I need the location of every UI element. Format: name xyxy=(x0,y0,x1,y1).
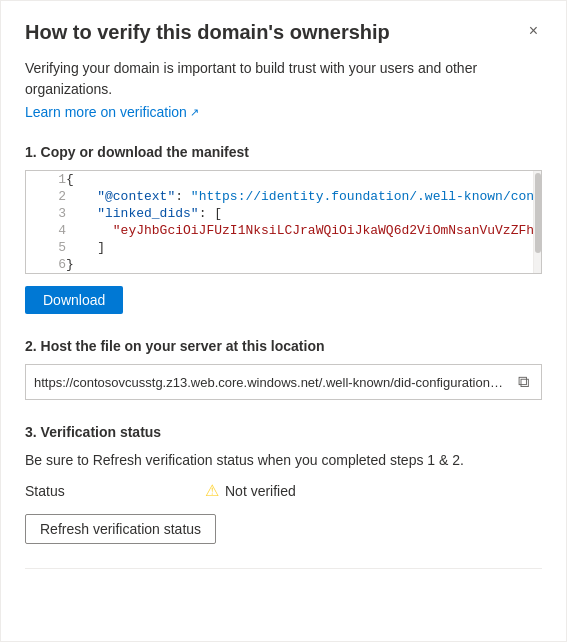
copy-button[interactable]: ⧉ xyxy=(514,371,533,393)
line-content: } xyxy=(66,256,541,273)
line-content: "linked_dids": [ xyxy=(66,205,541,222)
line-content: { xyxy=(66,171,541,188)
modal-title: How to verify this domain's ownership xyxy=(25,21,525,44)
line-number: 6 xyxy=(26,256,66,273)
bottom-divider xyxy=(25,568,542,569)
step2-section: 2. Host the file on your server at this … xyxy=(25,338,542,400)
scrollbar-thumb xyxy=(535,173,541,253)
step3-description: Be sure to Refresh verification status w… xyxy=(25,450,542,471)
step2-title: 2. Host the file on your server at this … xyxy=(25,338,542,354)
line-number: 4 xyxy=(26,222,66,239)
step3-section: 3. Verification status Be sure to Refres… xyxy=(25,424,542,544)
step3-title: 3. Verification status xyxy=(25,424,542,440)
line-content: ] xyxy=(66,239,541,256)
learn-more-label: Learn more on verification xyxy=(25,104,187,120)
learn-more-link[interactable]: Learn more on verification ↗ xyxy=(25,104,199,120)
modal-container: How to verify this domain's ownership × … xyxy=(0,0,567,642)
line-number: 1 xyxy=(26,171,66,188)
modal-header: How to verify this domain's ownership × xyxy=(25,21,542,44)
step1-section: 1. Copy or download the manifest 1{2 "@c… xyxy=(25,144,542,314)
code-line: 4 "eyJhbGciOiJFUzI1NksiLCJraWQiOiJkaWQ6d… xyxy=(26,222,541,239)
step1-title: 1. Copy or download the manifest xyxy=(25,144,542,160)
intro-description: Verifying your domain is important to bu… xyxy=(25,58,542,100)
code-line: 6} xyxy=(26,256,541,273)
code-line: 5 ] xyxy=(26,239,541,256)
download-button[interactable]: Download xyxy=(25,286,123,314)
close-button[interactable]: × xyxy=(525,21,542,41)
code-inner[interactable]: 1{2 "@context": "https://identity.founda… xyxy=(26,171,541,273)
status-label: Status xyxy=(25,483,85,499)
status-value: Not verified xyxy=(225,483,296,499)
manifest-code-block: 1{2 "@context": "https://identity.founda… xyxy=(25,170,542,274)
warning-icon: ⚠ xyxy=(205,481,219,500)
scrollbar[interactable] xyxy=(533,171,541,273)
code-line: 1{ xyxy=(26,171,541,188)
code-line: 2 "@context": "https://identity.foundati… xyxy=(26,188,541,205)
status-row: Status ⚠ Not verified xyxy=(25,481,542,500)
url-field: https://contosovcusstg.z13.web.core.wind… xyxy=(25,364,542,400)
external-link-icon: ↗ xyxy=(190,106,199,119)
refresh-verification-button[interactable]: Refresh verification status xyxy=(25,514,216,544)
url-text: https://contosovcusstg.z13.web.core.wind… xyxy=(34,375,506,390)
status-badge: ⚠ Not verified xyxy=(205,481,296,500)
line-content: "eyJhbGciOiJFUzI1NksiLCJraWQiOiJkaWQ6d2V… xyxy=(66,222,541,239)
code-table: 1{2 "@context": "https://identity.founda… xyxy=(26,171,541,273)
line-number: 3 xyxy=(26,205,66,222)
line-content: "@context": "https://identity.foundation… xyxy=(66,188,541,205)
code-line: 3 "linked_dids": [ xyxy=(26,205,541,222)
line-number: 5 xyxy=(26,239,66,256)
line-number: 2 xyxy=(26,188,66,205)
